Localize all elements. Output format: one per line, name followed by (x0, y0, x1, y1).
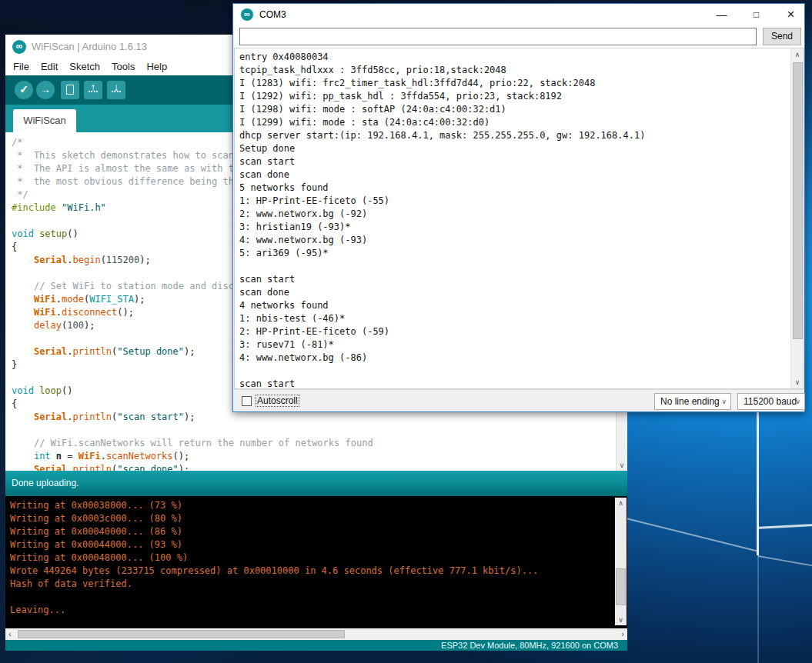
scrollbar-thumb[interactable] (793, 62, 803, 339)
line-ending-value: No line ending (660, 394, 720, 409)
console-scrollbar[interactable]: ∧ ∨ (615, 498, 627, 625)
wallpaper-beam (757, 555, 759, 663)
autoscroll-checkbox[interactable] (242, 396, 252, 406)
code-line: Serial.println("scan start"); (12, 411, 373, 424)
baud-rate-dropdown[interactable]: 115200 baud ∨ (737, 393, 805, 410)
scroll-down-icon[interactable]: ∨ (617, 460, 627, 471)
screen: ∞ WiFiScan | Arduino 1.6.13 File Edit Sk… (0, 0, 812, 663)
verify-button[interactable]: ✓ (15, 81, 33, 99)
serial-monitor-window: ∞ COM3 — □ × Send entry 0x40080034 tcpip… (232, 3, 805, 412)
menu-file[interactable]: File (13, 59, 29, 75)
right-arrow-icon: → (36, 81, 55, 98)
wallpaper-beam (624, 517, 759, 551)
menu-tools[interactable]: Tools (112, 59, 135, 75)
serial-scrollbar[interactable]: ∧ ∨ (790, 48, 804, 388)
arduino-logo-icon: ∞ (12, 40, 26, 54)
upload-button[interactable]: → (36, 81, 55, 99)
maximize-button[interactable]: □ (739, 4, 774, 25)
new-sketch-button[interactable] (61, 81, 79, 99)
menu-sketch[interactable]: Sketch (69, 59, 100, 75)
line-ending-dropdown[interactable]: No line ending ∨ (654, 393, 731, 410)
scroll-down-icon[interactable]: ∨ (615, 615, 627, 625)
close-icon: × (774, 4, 808, 25)
scroll-left-icon[interactable]: ‹ (8, 628, 12, 640)
scroll-up-icon[interactable]: ∧ (791, 49, 804, 60)
console-output[interactable]: Writing at 0x00038000... (73 %) Writing … (10, 499, 538, 617)
scroll-down-icon[interactable]: ∨ (791, 377, 804, 388)
close-button[interactable]: × (774, 4, 808, 25)
minimize-button[interactable]: — (704, 4, 739, 25)
tab-wifiscan[interactable]: WiFiScan (13, 109, 76, 132)
autoscroll-label[interactable]: Autoscroll (256, 395, 299, 406)
ide-window-title: WiFiScan | Arduino 1.6.13 (32, 35, 147, 59)
code-line (12, 424, 373, 437)
serial-bottombar: Autoscroll No line ending ∨ 115200 baud … (234, 389, 804, 411)
code-line: Serial.println("scan done"); (12, 463, 373, 471)
horizontal-scrollbar[interactable]: ‹ › (5, 628, 627, 640)
minimize-icon: — (704, 4, 739, 25)
menu-edit[interactable]: Edit (41, 59, 58, 75)
up-arrow-icon: ↑ (84, 81, 102, 93)
save-button[interactable]: ↓ (107, 81, 125, 99)
document-icon (66, 85, 74, 95)
code-line: int n = WiFi.scanNetworks(); (12, 450, 373, 463)
serial-output-text[interactable]: entry 0x40080034 tcpip_task_hdlxxx : 3ff… (239, 51, 645, 389)
scrollbar-thumb[interactable] (616, 568, 626, 605)
board-status-text: ESP32 Dev Module, 80MHz, 921600 on COM3 (441, 640, 618, 651)
scrollbar-thumb[interactable] (18, 630, 345, 638)
arduino-logo-icon: ∞ (241, 8, 253, 21)
upload-status-text: Done uploading. (12, 471, 79, 496)
down-arrow-icon: ↓ (107, 81, 125, 93)
open-button[interactable]: ↑ (84, 81, 102, 99)
code-line: // WiFi.scanNetworks will return the num… (12, 437, 373, 450)
wallpaper-beam (758, 555, 812, 566)
scroll-up-icon[interactable]: ∧ (615, 498, 627, 508)
scroll-right-icon[interactable]: › (621, 628, 624, 640)
serial-send-input[interactable] (239, 28, 757, 45)
wallpaper-band (0, 0, 185, 20)
serial-window-title: COM3 (259, 4, 286, 25)
serial-output-area: entry 0x40080034 tcpip_task_hdlxxx : 3ff… (234, 48, 804, 389)
upload-status-banner: Done uploading. (5, 471, 627, 496)
ide-statusbar: ESP32 Dev Module, 80MHz, 921600 on COM3 (5, 640, 627, 651)
chevron-down-icon: ∨ (721, 394, 727, 409)
menu-help[interactable]: Help (146, 59, 167, 75)
check-icon: ✓ (15, 81, 33, 98)
baud-rate-value: 115200 baud (743, 394, 797, 409)
wallpaper-beam (758, 524, 812, 529)
maximize-icon: □ (739, 4, 774, 25)
chevron-down-icon: ∨ (795, 394, 800, 409)
send-button[interactable]: Send (763, 28, 801, 45)
ide-console: Writing at 0x00038000... (73 %) Writing … (5, 496, 627, 628)
serial-titlebar[interactable]: ∞ COM3 — □ × (233, 4, 804, 25)
